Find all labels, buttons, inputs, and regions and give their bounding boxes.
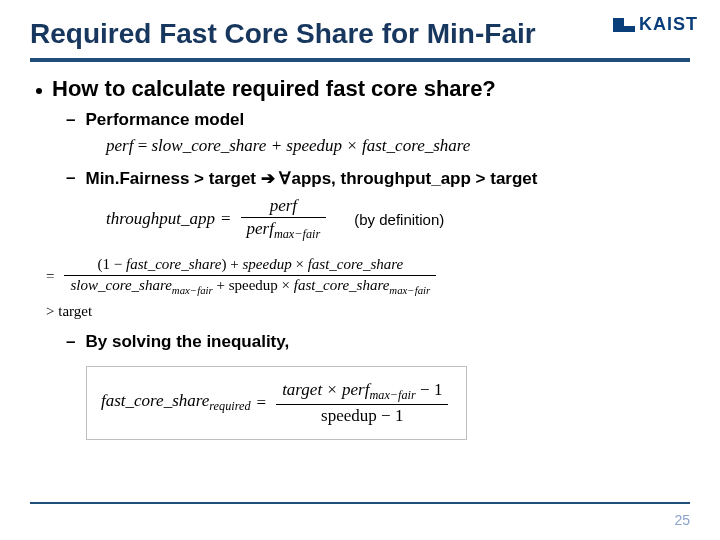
sub2-suffix: ∀apps, throughput_app > target xyxy=(275,169,538,188)
eq3-num: (1 − (1 − fast_core_share) + speedup × f… xyxy=(92,255,410,275)
eq5-lhs-sub: required xyxy=(209,400,250,414)
eq3-den-sub2: max−fair xyxy=(389,284,430,296)
dash-icon: – xyxy=(66,332,75,352)
eq5-den: speedup − 1 xyxy=(315,405,409,427)
eq3-den-b: fast_core_share xyxy=(294,277,390,293)
kaist-logo-mark xyxy=(613,18,635,32)
eq2-den-a: perf xyxy=(247,219,274,238)
eq5-num-sub: max−fair xyxy=(369,388,415,402)
eq3-den: slow_core_sharemax−fair + speedup × fast… xyxy=(64,276,436,297)
eq5-fraction: target × perfmax−fair − 1 speedup − 1 xyxy=(276,379,448,427)
sub-bullet-solving: – By solving the inequality, xyxy=(36,332,690,352)
equation-throughput: throughput_app = perf perfmax−fair (by d… xyxy=(36,195,690,243)
eq1-lhs: perf xyxy=(106,136,133,155)
arrow-right-icon: ➔ xyxy=(261,169,275,188)
kaist-logo-text: KAIST xyxy=(639,14,698,35)
bullet-dot-icon xyxy=(36,88,42,94)
eq5-eq: = xyxy=(257,393,267,413)
sub-bullet-1-text: Performance model xyxy=(85,110,244,130)
footer-rule xyxy=(30,502,690,504)
equation-expanded: = (1 − (1 − fast_core_share) + speedup ×… xyxy=(36,255,690,320)
slide-title: Required Fast Core Share for Min-Fair xyxy=(30,18,690,56)
main-bullet: How to calculate required fast core shar… xyxy=(36,76,690,102)
sub-bullet-3-text: By solving the inequality, xyxy=(85,332,289,352)
eq4-gt-target: > target xyxy=(46,303,92,320)
sub2-prefix: Min.Fairness > target xyxy=(85,169,260,188)
definition-note: (by definition) xyxy=(354,211,444,228)
eq2-den-sub: max−fair xyxy=(274,227,320,241)
sub-bullet-minfairness: – Min.Fairness > target ➔ ∀apps, through… xyxy=(36,168,690,189)
sub-bullet-performance-model: – Performance model xyxy=(36,110,690,130)
eq5-num-tail: − 1 xyxy=(416,380,443,399)
eq3-den-plus: + speedup × xyxy=(213,277,294,293)
eq1-rhs: slow_core_share + speedup × fast_core_sh… xyxy=(151,136,470,155)
title-underline xyxy=(30,58,690,62)
eq2-den: perfmax−fair xyxy=(241,218,327,243)
eq5-num: target × perfmax−fair − 1 xyxy=(276,379,448,404)
dash-icon: – xyxy=(66,168,75,188)
eq5-lhs: fast_core_sharerequired xyxy=(101,391,251,414)
eq1-eq: = xyxy=(133,136,151,155)
boxed-result-equation: fast_core_sharerequired = target × perfm… xyxy=(86,366,467,440)
eq3-fraction: (1 − (1 − fast_core_share) + speedup × f… xyxy=(64,255,436,297)
eq2-num: perf xyxy=(264,195,303,217)
page-number: 25 xyxy=(674,512,690,528)
kaist-logo: KAIST xyxy=(613,14,698,35)
eq2-lhs: throughput_app xyxy=(106,209,215,229)
eq3-den-sub1: max−fair xyxy=(172,284,213,296)
eq2-fraction: perf perfmax−fair xyxy=(241,195,327,243)
equation-perf: perf = slow_core_share + speedup × fast_… xyxy=(36,136,690,156)
eq5-lhs-a: fast_core_share xyxy=(101,391,209,410)
eq2-eq: = xyxy=(221,209,231,229)
dash-icon: – xyxy=(66,110,75,130)
eq5-num-a: target × perf xyxy=(282,380,369,399)
slide-body: How to calculate required fast core shar… xyxy=(30,76,690,440)
eq3-eq: = xyxy=(46,268,54,285)
sub-bullet-2-text: Min.Fairness > target ➔ ∀apps, throughpu… xyxy=(85,168,537,189)
main-bullet-text: How to calculate required fast core shar… xyxy=(52,76,496,102)
eq3-den-a: slow_core_share xyxy=(70,277,171,293)
